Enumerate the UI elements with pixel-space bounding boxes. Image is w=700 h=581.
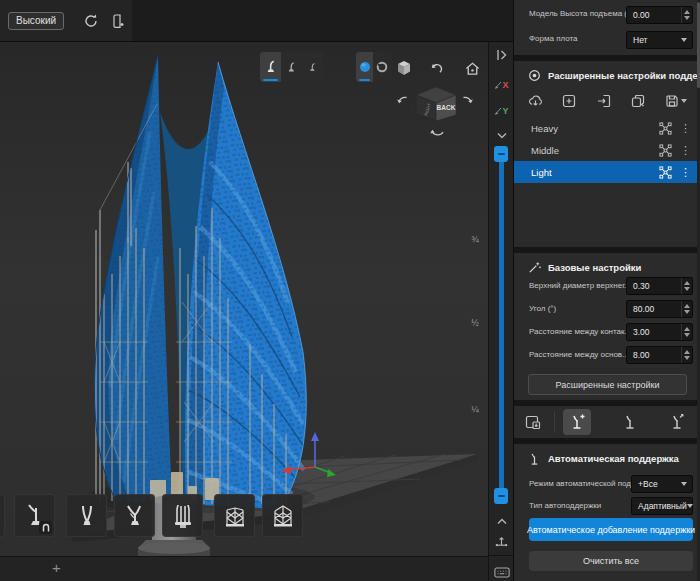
raft-shape-label: Форма плота [529, 34, 578, 43]
support-thumb-branch[interactable] [114, 494, 155, 537]
import-preset-button[interactable] [593, 91, 615, 111]
undo-button[interactable] [426, 57, 446, 79]
support-double-prong-icon [75, 503, 99, 529]
clear-all-supports-button[interactable]: Очистить все [529, 551, 693, 571]
spinner-arrows[interactable] [681, 301, 692, 317]
more-vertical-icon[interactable]: ⋮ [680, 167, 691, 177]
duplicate-edit-icon [631, 94, 645, 108]
target-icon [528, 69, 541, 82]
axis-x-arrow-icon [494, 81, 502, 90]
add-plate-button[interactable]: + [52, 559, 61, 576]
download-preset-button[interactable] [524, 91, 546, 111]
auto-add-supports-button[interactable]: Автоматическое добавление поддержки [529, 518, 693, 541]
preset-row-light-selected[interactable]: Light ⋮ [514, 161, 700, 183]
advanced-settings-button[interactable]: Расширенные настройки [528, 374, 687, 395]
more-vertical-icon[interactable]: ⋮ [680, 123, 691, 133]
cube-view-button[interactable] [394, 57, 414, 79]
save-preset-button[interactable] [661, 91, 691, 111]
clip-range-expand-button[interactable] [489, 126, 514, 144]
support-large-button[interactable] [260, 52, 281, 82]
nav-cube-front-label: BACK [437, 104, 456, 111]
spinner-arrows[interactable] [681, 278, 692, 294]
printer-add-button[interactable] [109, 9, 125, 33]
nav-cube[interactable]: BACK RIGHT [414, 84, 458, 122]
preset-row-heavy[interactable]: Heavy ⋮ [514, 117, 700, 139]
spinner-arrows[interactable] [681, 7, 692, 23]
model-lift-height-input[interactable]: 0.00 [626, 6, 693, 24]
add-preset-button[interactable] [558, 91, 580, 111]
angle-label: Угол (°) [529, 304, 556, 313]
layer-slider-bottom-handle[interactable] [494, 488, 508, 504]
download-icon [528, 94, 543, 108]
rotate-left-icon[interactable] [396, 94, 408, 106]
spinner-arrows[interactable] [681, 347, 692, 363]
collapse-panel-button[interactable] [489, 46, 514, 64]
support-thumb-lattice-gable[interactable] [262, 494, 303, 537]
layer-fraction-three-quarters: ¾ [466, 234, 484, 244]
raft-shape-select[interactable]: Нет [626, 31, 693, 49]
rotate-right-icon[interactable] [462, 94, 474, 106]
clip-range-collapse-button[interactable] [489, 512, 514, 530]
model-lift-height-label: Модель Высота подъема (мм) [529, 9, 641, 18]
top-diameter-input[interactable]: 0.30 [626, 277, 693, 295]
auto-support-type-select[interactable]: Адаптивный [631, 497, 693, 515]
layer-slider-top-handle[interactable] [494, 146, 508, 162]
support-thumb-partial[interactable] [0, 494, 5, 537]
quality-high-chip[interactable]: Высокий [8, 12, 64, 30]
angle-input[interactable]: 80.00 [626, 300, 693, 318]
support-edit-tab[interactable] [663, 409, 691, 435]
settings-panel: Модель Высота подъема (мм) 0.00 Форма пл… [513, 0, 700, 581]
tower-model[interactable] [94, 55, 306, 509]
viewport-3d[interactable]: BACK RIGHT ¾ ½ ¼ [0, 42, 488, 556]
support-plain-tab[interactable] [616, 409, 644, 435]
auto-support-mode-value: +Все [632, 479, 681, 489]
layer-slider-track[interactable] [499, 160, 504, 502]
rotate-down-icon[interactable] [429, 128, 445, 141]
auto-support-mode-select[interactable]: +Все [631, 475, 693, 493]
magic-wand-icon [528, 261, 541, 274]
advanced-support-title: Расширенные настройки поддержки [548, 70, 700, 81]
axis-y-icon: Y [502, 107, 508, 116]
auto-support-title: Автоматическая поддержка [548, 453, 679, 464]
support-add-icon [568, 413, 586, 431]
add-support-tab-selected[interactable] [563, 409, 591, 435]
undo-icon [428, 60, 445, 77]
structure-icon[interactable] [659, 166, 672, 179]
ring-brush-button[interactable] [373, 52, 391, 82]
refresh-button[interactable] [83, 9, 99, 33]
support-small-button[interactable] [302, 52, 323, 82]
support-thumb-double-prong[interactable] [66, 494, 107, 537]
spinner-arrows[interactable] [681, 324, 692, 340]
magnet-badge-icon [39, 521, 52, 534]
support-thumb-cage[interactable] [162, 494, 203, 537]
platform-save-tab[interactable] [519, 409, 547, 435]
model-settings-card: Модель Высота подъема (мм) 0.00 Форма пл… [514, 0, 700, 55]
basic-settings-card: Базовые настройки Верхний диаметр верхне… [514, 253, 700, 400]
duplicate-edit-preset-button[interactable] [627, 91, 649, 111]
sphere-brush-button[interactable] [356, 52, 373, 82]
support-edit-icon [668, 413, 686, 431]
structure-icon[interactable] [659, 122, 672, 135]
auto-support-type-label: Тип автоподдержки [529, 501, 601, 510]
base-distance-value: 8.00 [627, 350, 681, 360]
bottom-bar: + [0, 556, 488, 581]
axis-x-button[interactable]: X [489, 72, 514, 90]
support-thumb-lattice[interactable] [214, 494, 255, 537]
auto-support-type-value: Адаптивный [632, 501, 687, 511]
add-preset-icon [562, 94, 576, 108]
keyboard-shortcuts-button[interactable] [489, 563, 514, 581]
home-view-button[interactable] [462, 57, 482, 79]
base-distance-input[interactable]: 8.00 [626, 346, 693, 364]
basic-settings-header: Базовые настройки [528, 261, 641, 274]
collapse-panel-icon [495, 49, 508, 61]
structure-icon[interactable] [659, 144, 672, 157]
support-large-icon [263, 59, 279, 75]
contact-distance-input[interactable]: 3.00 [626, 323, 693, 341]
more-vertical-icon[interactable]: ⋮ [680, 145, 691, 155]
transform-nodes-button[interactable] [489, 530, 514, 550]
support-thumb-y-magnet[interactable] [14, 494, 55, 537]
contact-distance-value: 3.00 [627, 327, 681, 337]
axis-y-button[interactable]: Y [489, 98, 514, 116]
preset-row-middle[interactable]: Middle ⋮ [514, 139, 700, 161]
support-medium-button[interactable] [281, 52, 302, 82]
